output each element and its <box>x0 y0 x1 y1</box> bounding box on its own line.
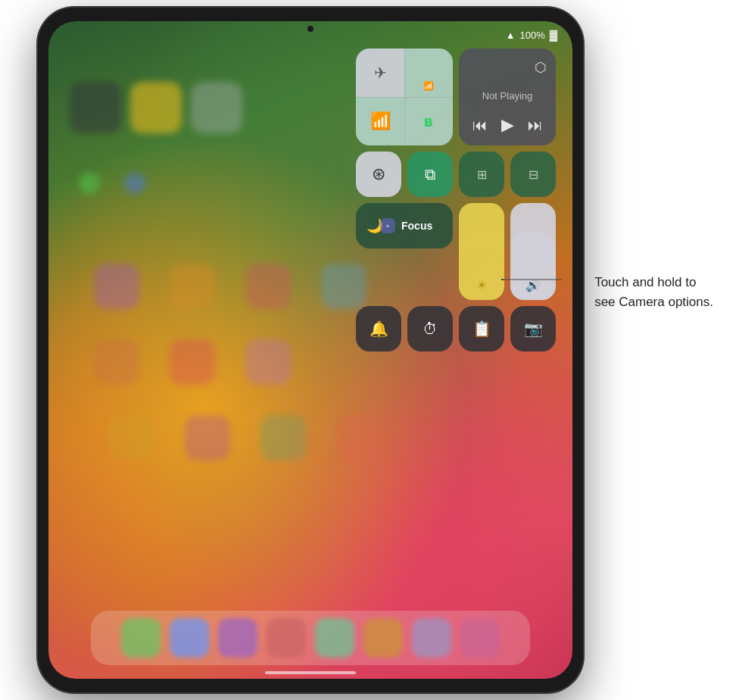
dark-tile-1[interactable]: ⊞ <box>459 152 504 197</box>
cellular-button[interactable]: 📶 <box>404 48 453 97</box>
lock-rotation-icon: ⊛ <box>372 164 385 184</box>
dock <box>91 611 530 665</box>
dock-app-4[interactable] <box>267 618 306 658</box>
camera-tile[interactable]: 📷 <box>510 306 556 352</box>
dock-app-7[interactable] <box>412 618 451 658</box>
alarm-icon: 🔔 <box>370 320 388 338</box>
volume-tile[interactable]: 🔊 <box>510 203 556 300</box>
timer-icon: ⏱ <box>423 320 438 338</box>
control-center: ✈ 📶 📶 ʙ ⬡ <box>356 48 562 352</box>
connectivity-tile[interactable]: ✈ 📶 📶 ʙ <box>356 48 453 145</box>
dark-icon-1: ⊞ <box>477 167 487 182</box>
focus-label: Focus <box>401 220 432 232</box>
dark-tile-2[interactable]: ⊟ <box>510 152 556 197</box>
brightness-tile[interactable]: ☀ <box>459 203 504 300</box>
airplane-mode-button[interactable]: ✈ <box>356 48 404 97</box>
rewind-button[interactable]: ⏮ <box>472 117 488 134</box>
brightness-icon: ☀ <box>476 278 487 292</box>
home-indicator <box>265 671 356 674</box>
ipad-frame: ▲ 100% ▓ ✈ 📶 📶 <box>38 8 583 692</box>
dock-app-6[interactable] <box>363 618 403 658</box>
lock-rotation-tile[interactable]: ⊛ <box>356 152 401 197</box>
notes-icon: 📋 <box>472 320 491 338</box>
dark-icon-2: ⊟ <box>529 167 538 182</box>
dock-app-1[interactable] <box>121 618 161 658</box>
notes-tile[interactable]: 📋 <box>459 306 504 352</box>
ipad-screen: ▲ 100% ▓ ✈ 📶 📶 <box>48 21 572 679</box>
annotation-text-line2: see Camera options. <box>594 292 713 312</box>
battery-text: 100% <box>520 30 545 41</box>
dock-app-8[interactable] <box>460 618 500 658</box>
fast-forward-button[interactable]: ⏭ <box>528 117 543 134</box>
timer-tile[interactable]: ⏱ <box>407 306 453 352</box>
wifi-button[interactable]: 📶 <box>356 97 404 145</box>
camera-icon: 📷 <box>524 320 543 338</box>
dock-app-5[interactable] <box>315 618 354 658</box>
alarm-tile[interactable]: 🔔 <box>356 306 401 352</box>
bluetooth-button[interactable]: ʙ <box>404 97 453 145</box>
airplay-button[interactable]: ⬡ <box>535 59 547 76</box>
wifi-icon: ▲ <box>506 30 516 41</box>
focus-extra-icon: + <box>380 218 395 233</box>
screen-mirror-tile[interactable]: ⧉ <box>407 152 453 197</box>
annotation-line <box>501 279 562 280</box>
focus-tile[interactable]: 🌙 + Focus <box>356 203 453 248</box>
svg-point-1 <box>501 279 504 280</box>
annotation: Touch and hold to see Camera options. <box>594 273 713 311</box>
dock-app-2[interactable] <box>170 618 209 658</box>
screen-mirror-icon: ⧉ <box>425 166 435 183</box>
now-playing-title: Not Playing <box>482 90 532 102</box>
now-playing-tile[interactable]: ⬡ Not Playing ⏮ ▶ ⏭ <box>459 48 556 145</box>
dock-app-3[interactable] <box>218 618 257 658</box>
annotation-text-line1: Touch and hold to <box>594 273 713 292</box>
camera-cutout <box>307 26 313 32</box>
battery-icon: ▓ <box>550 29 557 41</box>
play-button[interactable]: ▶ <box>501 115 514 135</box>
